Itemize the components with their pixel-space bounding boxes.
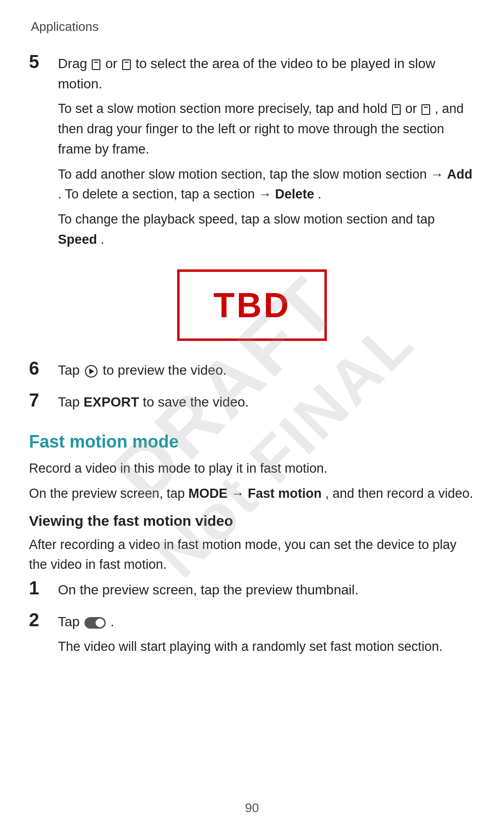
step-5-delete-bold: Delete — [275, 187, 314, 201]
step-6-block: 6 Tap to preview the video. — [29, 360, 475, 385]
fast-motion-heading: Fast motion mode — [29, 432, 475, 452]
step-5-line3-text2: . To delete a section, tap a section → — [58, 187, 275, 201]
view-step-2-block: 2 Tap . The video will start playing wit… — [29, 612, 475, 662]
view-step-1-block: 1 On the preview screen, tap the preview… — [29, 580, 475, 605]
step-5-line4: To change the playback speed, tap a slow… — [58, 210, 475, 250]
step-5-speed-bold: Speed — [58, 232, 97, 247]
fast-motion-para2-end: , and then record a video. — [325, 486, 473, 501]
step-6-text1: Tap — [58, 363, 84, 378]
bracket-icon-right — [122, 59, 131, 70]
view-step-2-line: Tap . — [58, 612, 475, 632]
step-7-number: 7 — [29, 390, 58, 411]
step-5-number: 5 — [29, 52, 58, 72]
step-5-block: 5 Drag or to select the area of the vide… — [29, 54, 475, 255]
fast-motion-arrow: → — [231, 486, 248, 501]
fast-motion-para2: On the preview screen, tap MODE → Fast m… — [29, 484, 475, 504]
step-7-text1: Tap — [58, 394, 84, 409]
view-step-1-content: On the preview screen, tap the preview t… — [58, 580, 475, 605]
view-step-2-content: Tap . The video will start playing with … — [58, 612, 475, 662]
view-step-2-subtext: The video will start playing with a rand… — [58, 637, 475, 657]
tbd-box-container: TBD — [29, 269, 475, 341]
toggle-icon — [84, 617, 106, 629]
fast-motion-para1: Record a video in this mode to play it i… — [29, 459, 475, 479]
step-6-text2: to preview the video. — [103, 363, 227, 378]
view-step-2-number: 2 — [29, 610, 58, 631]
view-step-2-end: . — [111, 614, 114, 629]
step-5-add-bold: Add — [447, 167, 472, 182]
step-7-block: 7 Tap EXPORT to save the video. — [29, 392, 475, 417]
step-6-line: Tap to preview the video. — [58, 360, 475, 380]
step-7-line: Tap EXPORT to save the video. — [58, 392, 475, 412]
view-step-2-tap: Tap — [58, 614, 80, 629]
step-5-or-text: or — [105, 56, 121, 71]
step-5-line1: Drag or to select the area of the video … — [58, 54, 475, 94]
step-5-line1-text1: Drag — [58, 56, 91, 71]
step-5-line4-text1: To change the playback speed, tap a slow… — [58, 212, 435, 226]
fast-motion-para2-text1: On the preview screen, tap — [29, 486, 185, 501]
step-6-content: Tap to preview the video. — [58, 360, 475, 385]
step-7-content: Tap EXPORT to save the video. — [58, 392, 475, 417]
step-7-export-bold: EXPORT — [84, 394, 139, 409]
bracket-icon-left — [92, 59, 100, 70]
step-7-text2: to save the video. — [143, 394, 249, 409]
viewing-para: After recording a video in fast motion m… — [29, 535, 475, 576]
step-6-number: 6 — [29, 358, 58, 379]
step-5-line4-text2: . — [101, 232, 105, 247]
view-step-1-number: 1 — [29, 578, 58, 599]
bracket-icon-hold-right — [421, 104, 430, 115]
step-5-line3: To add another slow motion section, tap … — [58, 165, 475, 205]
page-number: 90 — [245, 801, 259, 816]
step-5-line2: To set a slow motion section more precis… — [58, 99, 475, 160]
step-5-content: Drag or to select the area of the video … — [58, 54, 475, 255]
step-5-line2-text1: To set a slow motion section more precis… — [58, 101, 391, 116]
view-step-1-line: On the preview screen, tap the preview t… — [58, 580, 475, 600]
fast-motion-fast-bold: Fast motion — [248, 486, 322, 501]
play-circle-icon — [85, 365, 98, 378]
bracket-icon-hold-left — [392, 104, 401, 115]
tbd-label: TBD — [213, 286, 291, 324]
step-5-line3-text1: To add another slow motion section, tap … — [58, 167, 447, 182]
fast-motion-mode-bold: MODE — [188, 486, 227, 501]
tbd-box: TBD — [177, 269, 327, 341]
step-5-or-text2: or — [405, 101, 420, 116]
viewing-heading: Viewing the fast motion video — [29, 513, 475, 529]
page-container: Applications 5 Drag or to select the are… — [0, 0, 504, 830]
step-5-line3-text3: . — [318, 187, 322, 201]
breadcrumb: Applications — [29, 19, 475, 34]
